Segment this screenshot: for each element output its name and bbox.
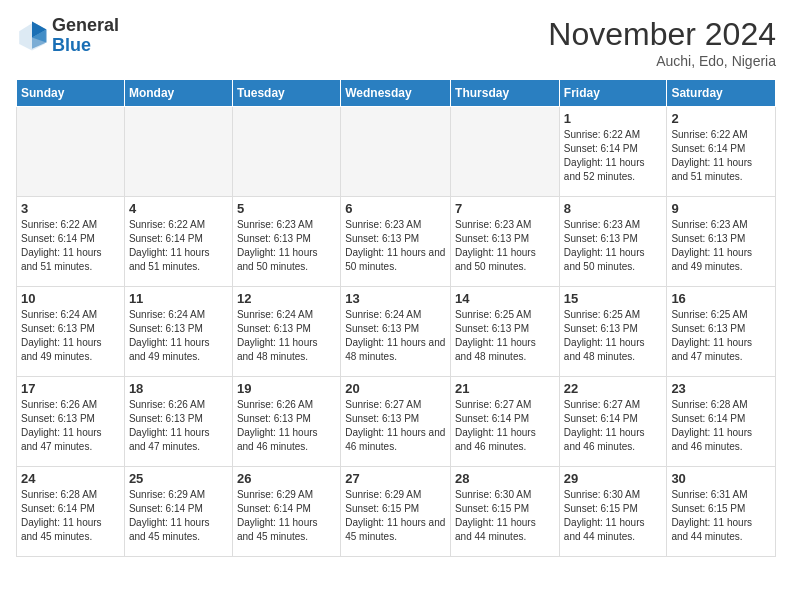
calendar-day-header: Tuesday bbox=[232, 80, 340, 107]
day-info: Sunrise: 6:23 AMSunset: 6:13 PMDaylight:… bbox=[345, 218, 446, 274]
calendar-day-cell: 22Sunrise: 6:27 AMSunset: 6:14 PMDayligh… bbox=[559, 377, 667, 467]
day-number: 3 bbox=[21, 201, 120, 216]
day-info: Sunrise: 6:26 AMSunset: 6:13 PMDaylight:… bbox=[237, 398, 336, 454]
calendar-day-cell: 18Sunrise: 6:26 AMSunset: 6:13 PMDayligh… bbox=[124, 377, 232, 467]
day-info: Sunrise: 6:29 AMSunset: 6:14 PMDaylight:… bbox=[237, 488, 336, 544]
day-info: Sunrise: 6:25 AMSunset: 6:13 PMDaylight:… bbox=[671, 308, 771, 364]
day-number: 28 bbox=[455, 471, 555, 486]
logo-text: General Blue bbox=[52, 16, 119, 56]
calendar-day-cell: 20Sunrise: 6:27 AMSunset: 6:13 PMDayligh… bbox=[341, 377, 451, 467]
day-number: 22 bbox=[564, 381, 663, 396]
day-info: Sunrise: 6:22 AMSunset: 6:14 PMDaylight:… bbox=[671, 128, 771, 184]
day-info: Sunrise: 6:27 AMSunset: 6:13 PMDaylight:… bbox=[345, 398, 446, 454]
day-info: Sunrise: 6:30 AMSunset: 6:15 PMDaylight:… bbox=[564, 488, 663, 544]
day-info: Sunrise: 6:29 AMSunset: 6:14 PMDaylight:… bbox=[129, 488, 228, 544]
calendar-day-cell: 29Sunrise: 6:30 AMSunset: 6:15 PMDayligh… bbox=[559, 467, 667, 557]
day-number: 15 bbox=[564, 291, 663, 306]
day-info: Sunrise: 6:31 AMSunset: 6:15 PMDaylight:… bbox=[671, 488, 771, 544]
calendar-day-cell: 14Sunrise: 6:25 AMSunset: 6:13 PMDayligh… bbox=[451, 287, 560, 377]
calendar-day-cell bbox=[341, 107, 451, 197]
calendar-day-cell bbox=[17, 107, 125, 197]
calendar-week-row: 10Sunrise: 6:24 AMSunset: 6:13 PMDayligh… bbox=[17, 287, 776, 377]
calendar-day-cell: 2Sunrise: 6:22 AMSunset: 6:14 PMDaylight… bbox=[667, 107, 776, 197]
day-info: Sunrise: 6:25 AMSunset: 6:13 PMDaylight:… bbox=[564, 308, 663, 364]
day-number: 20 bbox=[345, 381, 446, 396]
calendar-day-cell: 5Sunrise: 6:23 AMSunset: 6:13 PMDaylight… bbox=[232, 197, 340, 287]
day-number: 10 bbox=[21, 291, 120, 306]
calendar-week-row: 1Sunrise: 6:22 AMSunset: 6:14 PMDaylight… bbox=[17, 107, 776, 197]
calendar-day-cell: 26Sunrise: 6:29 AMSunset: 6:14 PMDayligh… bbox=[232, 467, 340, 557]
day-number: 21 bbox=[455, 381, 555, 396]
calendar-day-cell: 12Sunrise: 6:24 AMSunset: 6:13 PMDayligh… bbox=[232, 287, 340, 377]
calendar-week-row: 24Sunrise: 6:28 AMSunset: 6:14 PMDayligh… bbox=[17, 467, 776, 557]
day-info: Sunrise: 6:25 AMSunset: 6:13 PMDaylight:… bbox=[455, 308, 555, 364]
day-number: 25 bbox=[129, 471, 228, 486]
day-number: 2 bbox=[671, 111, 771, 126]
calendar-day-cell: 13Sunrise: 6:24 AMSunset: 6:13 PMDayligh… bbox=[341, 287, 451, 377]
day-number: 13 bbox=[345, 291, 446, 306]
day-number: 16 bbox=[671, 291, 771, 306]
calendar-day-header: Thursday bbox=[451, 80, 560, 107]
day-info: Sunrise: 6:22 AMSunset: 6:14 PMDaylight:… bbox=[564, 128, 663, 184]
day-number: 5 bbox=[237, 201, 336, 216]
logo-icon bbox=[16, 20, 48, 52]
calendar-day-cell: 24Sunrise: 6:28 AMSunset: 6:14 PMDayligh… bbox=[17, 467, 125, 557]
calendar-day-header: Saturday bbox=[667, 80, 776, 107]
calendar-day-header: Monday bbox=[124, 80, 232, 107]
day-info: Sunrise: 6:23 AMSunset: 6:13 PMDaylight:… bbox=[564, 218, 663, 274]
calendar-day-cell: 9Sunrise: 6:23 AMSunset: 6:13 PMDaylight… bbox=[667, 197, 776, 287]
calendar-day-cell: 16Sunrise: 6:25 AMSunset: 6:13 PMDayligh… bbox=[667, 287, 776, 377]
calendar-header-row: SundayMondayTuesdayWednesdayThursdayFrid… bbox=[17, 80, 776, 107]
calendar-day-cell: 7Sunrise: 6:23 AMSunset: 6:13 PMDaylight… bbox=[451, 197, 560, 287]
day-number: 14 bbox=[455, 291, 555, 306]
calendar-day-cell: 27Sunrise: 6:29 AMSunset: 6:15 PMDayligh… bbox=[341, 467, 451, 557]
day-number: 27 bbox=[345, 471, 446, 486]
day-info: Sunrise: 6:24 AMSunset: 6:13 PMDaylight:… bbox=[21, 308, 120, 364]
calendar-day-cell: 11Sunrise: 6:24 AMSunset: 6:13 PMDayligh… bbox=[124, 287, 232, 377]
day-number: 23 bbox=[671, 381, 771, 396]
day-number: 18 bbox=[129, 381, 228, 396]
calendar-table: SundayMondayTuesdayWednesdayThursdayFrid… bbox=[16, 79, 776, 557]
day-number: 4 bbox=[129, 201, 228, 216]
day-info: Sunrise: 6:24 AMSunset: 6:13 PMDaylight:… bbox=[237, 308, 336, 364]
day-number: 19 bbox=[237, 381, 336, 396]
day-number: 1 bbox=[564, 111, 663, 126]
day-info: Sunrise: 6:22 AMSunset: 6:14 PMDaylight:… bbox=[21, 218, 120, 274]
day-number: 8 bbox=[564, 201, 663, 216]
calendar-day-cell: 6Sunrise: 6:23 AMSunset: 6:13 PMDaylight… bbox=[341, 197, 451, 287]
day-info: Sunrise: 6:26 AMSunset: 6:13 PMDaylight:… bbox=[21, 398, 120, 454]
calendar-day-cell: 10Sunrise: 6:24 AMSunset: 6:13 PMDayligh… bbox=[17, 287, 125, 377]
day-info: Sunrise: 6:29 AMSunset: 6:15 PMDaylight:… bbox=[345, 488, 446, 544]
day-info: Sunrise: 6:27 AMSunset: 6:14 PMDaylight:… bbox=[564, 398, 663, 454]
day-info: Sunrise: 6:24 AMSunset: 6:13 PMDaylight:… bbox=[345, 308, 446, 364]
logo: General Blue bbox=[16, 16, 119, 56]
day-number: 30 bbox=[671, 471, 771, 486]
day-number: 29 bbox=[564, 471, 663, 486]
month-title: November 2024 bbox=[548, 16, 776, 53]
day-info: Sunrise: 6:23 AMSunset: 6:13 PMDaylight:… bbox=[671, 218, 771, 274]
day-number: 26 bbox=[237, 471, 336, 486]
calendar-day-cell: 19Sunrise: 6:26 AMSunset: 6:13 PMDayligh… bbox=[232, 377, 340, 467]
day-info: Sunrise: 6:27 AMSunset: 6:14 PMDaylight:… bbox=[455, 398, 555, 454]
calendar-day-cell: 8Sunrise: 6:23 AMSunset: 6:13 PMDaylight… bbox=[559, 197, 667, 287]
day-number: 11 bbox=[129, 291, 228, 306]
day-number: 24 bbox=[21, 471, 120, 486]
calendar-day-cell: 25Sunrise: 6:29 AMSunset: 6:14 PMDayligh… bbox=[124, 467, 232, 557]
day-info: Sunrise: 6:30 AMSunset: 6:15 PMDaylight:… bbox=[455, 488, 555, 544]
title-section: November 2024 Auchi, Edo, Nigeria bbox=[548, 16, 776, 69]
calendar-day-cell: 23Sunrise: 6:28 AMSunset: 6:14 PMDayligh… bbox=[667, 377, 776, 467]
day-number: 17 bbox=[21, 381, 120, 396]
location: Auchi, Edo, Nigeria bbox=[548, 53, 776, 69]
calendar-week-row: 3Sunrise: 6:22 AMSunset: 6:14 PMDaylight… bbox=[17, 197, 776, 287]
calendar-day-cell: 28Sunrise: 6:30 AMSunset: 6:15 PMDayligh… bbox=[451, 467, 560, 557]
calendar-week-row: 17Sunrise: 6:26 AMSunset: 6:13 PMDayligh… bbox=[17, 377, 776, 467]
day-number: 9 bbox=[671, 201, 771, 216]
day-number: 7 bbox=[455, 201, 555, 216]
calendar-day-cell: 30Sunrise: 6:31 AMSunset: 6:15 PMDayligh… bbox=[667, 467, 776, 557]
calendar-day-cell: 21Sunrise: 6:27 AMSunset: 6:14 PMDayligh… bbox=[451, 377, 560, 467]
calendar-day-cell: 3Sunrise: 6:22 AMSunset: 6:14 PMDaylight… bbox=[17, 197, 125, 287]
day-number: 12 bbox=[237, 291, 336, 306]
calendar-day-cell bbox=[232, 107, 340, 197]
calendar-day-cell: 15Sunrise: 6:25 AMSunset: 6:13 PMDayligh… bbox=[559, 287, 667, 377]
calendar-day-cell: 1Sunrise: 6:22 AMSunset: 6:14 PMDaylight… bbox=[559, 107, 667, 197]
